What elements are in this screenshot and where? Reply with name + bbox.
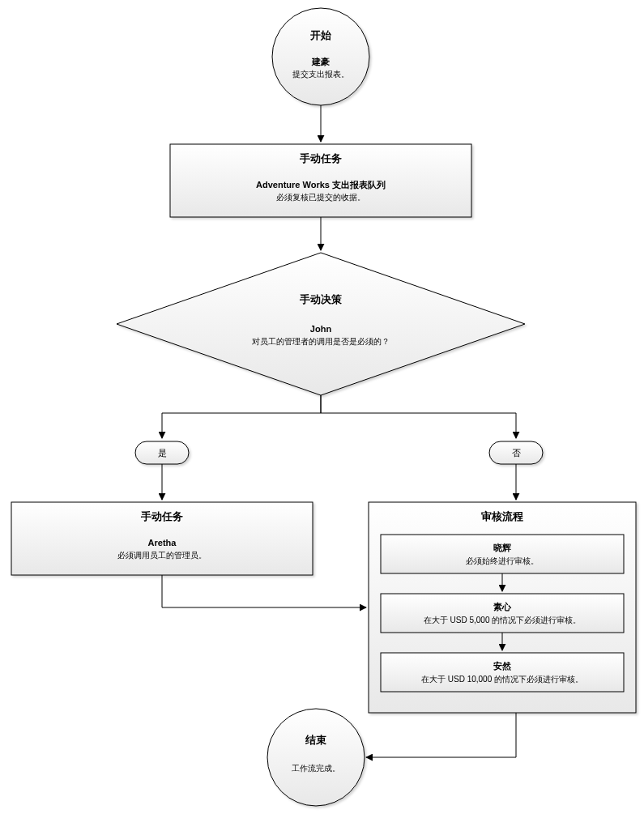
step1-actor: 晓辉 — [493, 543, 511, 552]
start-desc: 提交支出报表。 — [292, 70, 349, 79]
step2-desc: 在大于 USD 5,000 的情况下必须进行审核。 — [424, 616, 581, 624]
task2-title: 手动任务 — [140, 510, 183, 522]
svg-point-10 — [267, 709, 365, 806]
yes-pill: 是 — [135, 441, 189, 464]
end-node: 结束 工作流完成。 — [267, 709, 365, 806]
yes-label: 是 — [158, 448, 167, 458]
decision-desc: 对员工的管理者的调用是否是必须的？ — [252, 337, 390, 346]
manual-task-2: 手动任务 Aretha 必须调用员工的管理员。 — [11, 502, 313, 575]
step3-desc: 在大于 USD 10,000 的情况下必须进行审核。 — [421, 675, 583, 684]
svg-rect-8 — [381, 594, 624, 633]
manual-task-1: 手动任务 Adventure Works 支出报表队列 必须复核已提交的收据。 — [170, 144, 471, 217]
task1-actor: Adventure Works 支出报表队列 — [256, 180, 386, 190]
connector-approval-to-end — [366, 713, 516, 757]
step3-actor: 安然 — [493, 661, 512, 671]
start-title: 开始 — [309, 29, 332, 41]
no-pill: 否 — [489, 441, 543, 464]
step2-actor: 素心 — [493, 602, 512, 612]
connector-task2-to-approval — [162, 575, 366, 607]
no-label: 否 — [512, 448, 521, 458]
end-title: 结束 — [305, 734, 326, 746]
step1-desc: 必须始终进行审核。 — [466, 556, 539, 565]
decision-actor: John — [310, 324, 332, 334]
approval-step-2: 素心 在大于 USD 5,000 的情况下必须进行审核。 — [381, 594, 624, 633]
task1-title: 手动任务 — [299, 152, 342, 164]
start-actor: 建豪 — [311, 57, 330, 66]
approval-process: 审核流程 晓辉 必须始终进行审核。 素心 在大于 USD 5,000 的情况下必… — [369, 502, 636, 713]
connector-right — [321, 395, 516, 438]
task1-desc: 必须复核已提交的收据。 — [276, 193, 365, 202]
task2-actor: Aretha — [148, 538, 177, 548]
approval-step-1: 晓辉 必须始终进行审核。 — [381, 535, 624, 573]
task2-desc: 必须调用员工的管理员。 — [117, 551, 207, 560]
flowchart: 开始 建豪 提交支出报表。 手动任务 Adventure Works 支出报表队… — [0, 0, 644, 814]
approval-step-3: 安然 在大于 USD 10,000 的情况下必须进行审核。 — [381, 653, 624, 692]
approval-title: 审核流程 — [481, 510, 523, 522]
connector-left — [162, 395, 321, 438]
end-desc: 工作流完成。 — [292, 764, 340, 773]
svg-rect-7 — [381, 535, 624, 573]
decision-node: 手动决策 John 对员工的管理者的调用是否是必须的？ — [117, 253, 525, 395]
decision-title: 手动决策 — [299, 293, 343, 305]
svg-rect-9 — [381, 653, 624, 692]
start-node: 开始 建豪 提交支出报表。 — [272, 8, 369, 105]
